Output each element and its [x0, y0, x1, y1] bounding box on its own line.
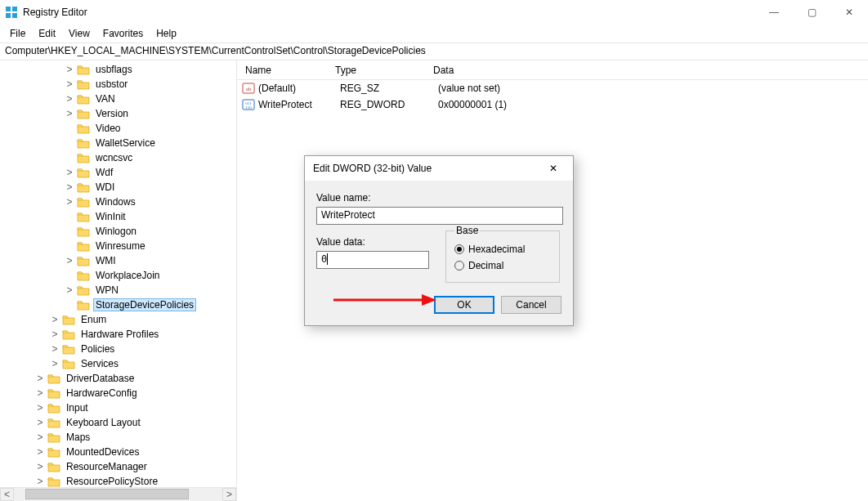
- expand-chevron-icon[interactable]: >: [62, 93, 77, 105]
- radio-dec-label: Decimal: [468, 260, 503, 271]
- ok-button[interactable]: OK: [434, 296, 494, 314]
- list-header[interactable]: Name Type Data: [237, 60, 868, 80]
- tree-item[interactable]: >Winresume: [0, 239, 236, 253]
- registry-tree[interactable]: >usbflags>usbstor>VAN>Version>Video>Wall…: [0, 60, 236, 487]
- tree-item[interactable]: >Services: [0, 356, 236, 371]
- tree-item[interactable]: >WalletService: [0, 136, 236, 150]
- tree-item[interactable]: >Version: [0, 106, 236, 121]
- expand-chevron-icon[interactable]: >: [47, 314, 62, 325]
- tree-item[interactable]: >usbflags: [0, 62, 236, 77]
- tree-item[interactable]: >WDI: [0, 180, 236, 195]
- tree-item[interactable]: >WPN: [0, 283, 236, 297]
- tree-item[interactable]: >Hardware Profiles: [0, 327, 236, 342]
- value-name: (Default): [258, 83, 340, 94]
- cancel-button[interactable]: Cancel: [501, 296, 562, 314]
- address-bar[interactable]: Computer\HKEY_LOCAL_MACHINE\SYSTEM\Curre…: [0, 42, 868, 60]
- expand-chevron-icon[interactable]: >: [62, 167, 77, 178]
- value-row[interactable]: ab(Default)REG_SZ(value not set): [237, 80, 868, 96]
- edit-dword-dialog: Edit DWORD (32-bit) Value ✕ Value name: …: [304, 155, 574, 326]
- col-type[interactable]: Type: [327, 65, 425, 76]
- tree-item[interactable]: >WMI: [0, 253, 236, 268]
- expand-chevron-icon[interactable]: >: [47, 358, 62, 369]
- svg-rect-1: [12, 7, 17, 11]
- tree-pane: >usbflags>usbstor>VAN>Version>Video>Wall…: [0, 60, 237, 501]
- menu-edit[interactable]: Edit: [32, 26, 62, 41]
- tree-item[interactable]: >VAN: [0, 92, 236, 106]
- tree-item-label: Maps: [64, 432, 92, 443]
- maximize-button[interactable]: ▢: [793, 0, 830, 25]
- close-button[interactable]: ✕: [830, 0, 868, 25]
- expand-chevron-icon[interactable]: >: [33, 417, 47, 428]
- folder-icon: [77, 196, 90, 208]
- tree-horizontal-scrollbar[interactable]: < >: [0, 487, 236, 501]
- folder-icon: [77, 226, 90, 237]
- expand-chevron-icon[interactable]: >: [62, 64, 77, 75]
- tree-item[interactable]: >Keyboard Layout: [0, 415, 236, 430]
- tree-item-label: Winresume: [93, 240, 148, 252]
- tree-item[interactable]: >Input: [0, 400, 236, 415]
- expand-chevron-icon[interactable]: >: [33, 387, 47, 399]
- value-data-input[interactable]: 0: [316, 251, 429, 269]
- expand-chevron-icon[interactable]: >: [47, 329, 62, 340]
- menu-favorites[interactable]: Favorites: [96, 26, 150, 41]
- tree-item[interactable]: >ResourcePolicyStore: [0, 474, 236, 487]
- folder-icon: [47, 476, 60, 487]
- expand-chevron-icon[interactable]: >: [33, 373, 47, 384]
- menu-help[interactable]: Help: [150, 26, 183, 41]
- expand-chevron-icon[interactable]: >: [47, 343, 62, 355]
- tree-item[interactable]: >Windows: [0, 195, 236, 209]
- col-name[interactable]: Name: [237, 65, 327, 76]
- tree-item[interactable]: >wcncsvc: [0, 150, 236, 165]
- tree-item[interactable]: >usbstor: [0, 77, 236, 92]
- tree-item[interactable]: >Maps: [0, 430, 236, 445]
- menubar: File Edit View Favorites Help: [0, 25, 868, 42]
- value-name-input[interactable]: WriteProtect: [316, 207, 563, 225]
- tree-item[interactable]: >ResourceManager: [0, 459, 236, 474]
- minimize-button[interactable]: —: [755, 0, 793, 25]
- menu-view[interactable]: View: [62, 26, 96, 41]
- folder-icon: [77, 78, 90, 90]
- scroll-thumb[interactable]: [25, 489, 189, 499]
- scroll-track[interactable]: [14, 488, 222, 501]
- tree-item[interactable]: >Policies: [0, 342, 236, 356]
- scroll-right-arrow[interactable]: >: [222, 488, 236, 501]
- expand-chevron-icon[interactable]: >: [62, 78, 77, 90]
- tree-item[interactable]: >WorkplaceJoin: [0, 268, 236, 283]
- expand-chevron-icon[interactable]: >: [62, 255, 77, 266]
- tree-item[interactable]: >Wdf: [0, 165, 236, 180]
- expand-chevron-icon[interactable]: >: [33, 402, 47, 414]
- scroll-left-arrow[interactable]: <: [0, 488, 14, 501]
- expand-chevron-icon[interactable]: >: [62, 196, 77, 208]
- radio-hexadecimal[interactable]: Hexadecimal: [454, 241, 551, 257]
- folder-icon: [77, 152, 90, 163]
- folder-icon: [62, 314, 75, 325]
- radio-decimal[interactable]: Decimal: [454, 257, 551, 274]
- folder-icon: [77, 64, 90, 75]
- dialog-close-button[interactable]: ✕: [537, 157, 570, 180]
- dialog-titlebar[interactable]: Edit DWORD (32-bit) Value ✕: [305, 156, 573, 181]
- col-data[interactable]: Data: [425, 65, 868, 76]
- tree-item[interactable]: >Enum: [0, 312, 236, 327]
- expand-chevron-icon[interactable]: >: [62, 108, 77, 119]
- tree-item[interactable]: >HardwareConfig: [0, 386, 236, 400]
- expand-chevron-icon[interactable]: >: [33, 432, 47, 443]
- reg-dword-icon: 011110: [242, 98, 255, 111]
- tree-item[interactable]: >MountedDevices: [0, 445, 236, 459]
- menu-file[interactable]: File: [3, 26, 32, 41]
- tree-item[interactable]: >DriverDatabase: [0, 371, 236, 386]
- value-data: 0x00000001 (1): [438, 99, 868, 110]
- expand-chevron-icon[interactable]: >: [62, 181, 77, 193]
- tree-item[interactable]: >WinInit: [0, 209, 236, 224]
- tree-item[interactable]: >Video: [0, 121, 236, 136]
- tree-item[interactable]: >Winlogon: [0, 224, 236, 239]
- tree-item-label: Services: [78, 358, 121, 369]
- tree-item-label: DriverDatabase: [64, 373, 136, 384]
- expand-chevron-icon[interactable]: >: [33, 476, 47, 487]
- folder-icon: [47, 402, 60, 414]
- value-type: REG_DWORD: [340, 99, 438, 110]
- tree-item[interactable]: >StorageDevicePolicies: [0, 297, 236, 312]
- expand-chevron-icon[interactable]: >: [33, 461, 47, 472]
- value-row[interactable]: 011110WriteProtectREG_DWORD0x00000001 (1…: [237, 96, 868, 113]
- expand-chevron-icon[interactable]: >: [33, 446, 47, 458]
- expand-chevron-icon[interactable]: >: [62, 284, 77, 296]
